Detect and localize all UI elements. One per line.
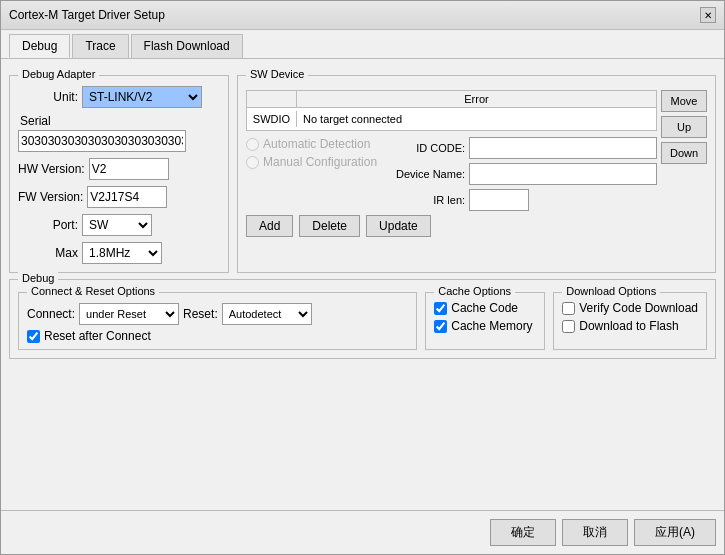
download-flash-label: Download to Flash [579,319,678,333]
cache-memory-row: Cache Memory [434,319,536,333]
reset-after-label: Reset after Connect [44,329,151,343]
auto-detect-radio[interactable] [246,138,259,151]
spacer [9,365,716,502]
debug-adapter-group: Debug Adapter Unit: ST-LINK/V2 Serial HW… [9,75,229,273]
ok-button[interactable]: 确定 [490,519,556,546]
id-code-input[interactable] [469,137,657,159]
action-buttons: Add Delete Update [246,215,657,237]
connect-reset-title: Connect & Reset Options [27,285,159,297]
max-select[interactable]: 1.8MHz 3.6MHz 7.2MHz [82,242,162,264]
serial-input[interactable] [18,130,186,152]
footer: 确定 取消 应用(A) [1,510,724,554]
sw-header-error: Error [297,91,656,107]
cancel-button[interactable]: 取消 [562,519,628,546]
sw-table: Error SWDIO No target connected [246,90,657,131]
add-button[interactable]: Add [246,215,293,237]
tab-bar: Debug Trace Flash Download [1,30,724,58]
up-button[interactable]: Up [661,116,707,138]
ir-len-row: IR len: [385,189,657,211]
reset-after-checkbox[interactable] [27,330,40,343]
connect-row: Connect: under Reset Normal with Pre-res… [27,303,408,325]
id-code-label: ID CODE: [385,142,465,154]
main-content: Debug Adapter Unit: ST-LINK/V2 Serial HW… [1,58,724,510]
cache-memory-label: Cache Memory [451,319,532,333]
auto-detect-row: Automatic Detection [246,137,377,151]
verify-label: Verify Code Download [579,301,698,315]
cache-code-row: Cache Code [434,301,536,315]
debug-adapter-title: Debug Adapter [18,68,99,80]
ir-len-label: IR len: [385,194,465,206]
delete-button[interactable]: Delete [299,215,360,237]
cache-options-group: Cache Options Cache Code Cache Memory [425,292,545,350]
apply-button[interactable]: 应用(A) [634,519,716,546]
connect-select[interactable]: under Reset Normal with Pre-reset [79,303,179,325]
unit-select[interactable]: ST-LINK/V2 [82,86,202,108]
title-bar: Cortex-M Target Driver Setup ✕ [1,1,724,30]
debug-bottom-inner: Connect & Reset Options Connect: under R… [18,292,707,350]
id-section: ID CODE: Device Name: IR len: [385,137,657,211]
close-button[interactable]: ✕ [700,7,716,23]
connect-label: Connect: [27,307,75,321]
hw-version-label: HW Version: [18,162,85,176]
auto-detect-label: Automatic Detection [263,137,370,151]
manual-config-label: Manual Configuration [263,155,377,169]
hw-version-row: HW Version: [18,158,220,180]
tab-trace[interactable]: Trace [72,34,128,58]
sw-device-title: SW Device [246,68,308,80]
hw-version-input[interactable] [89,158,169,180]
port-select[interactable]: SW JTAG [82,214,152,236]
reset-label: Reset: [183,307,218,321]
device-name-label: Device Name: [385,168,465,180]
top-section: Debug Adapter Unit: ST-LINK/V2 Serial HW… [9,67,716,273]
id-code-row: ID CODE: [385,137,657,159]
manual-config-row: Manual Configuration [246,155,377,169]
download-options-title: Download Options [562,285,660,297]
sw-options: Automatic Detection Manual Configuration… [246,137,657,211]
debug-section-title: Debug [18,272,58,284]
move-buttons: Move Up Down [661,90,707,237]
sw-table-header: Error [247,91,656,108]
cache-code-checkbox[interactable] [434,302,447,315]
port-row: Port: SW JTAG [18,214,220,236]
main-window: Cortex-M Target Driver Setup ✕ Debug Tra… [0,0,725,555]
sw-device-left: Error SWDIO No target connected [246,90,657,237]
manual-config-radio[interactable] [246,156,259,169]
tab-debug[interactable]: Debug [9,34,70,58]
radio-group: Automatic Detection Manual Configuration [246,137,377,169]
max-label: Max [18,246,78,260]
down-button[interactable]: Down [661,142,707,164]
update-button[interactable]: Update [366,215,431,237]
device-name-row: Device Name: [385,163,657,185]
ir-len-input[interactable] [469,189,529,211]
sw-status: No target connected [297,111,656,127]
swdio-label: SWDIO [247,111,297,127]
debug-section: Debug Connect & Reset Options Connect: u… [9,279,716,359]
fw-version-input[interactable] [87,186,167,208]
window-title: Cortex-M Target Driver Setup [9,8,165,22]
download-flash-row: Download to Flash [562,319,698,333]
serial-label: Serial [18,114,220,128]
fw-version-row: FW Version: [18,186,220,208]
sw-data-row: SWDIO No target connected [247,108,656,130]
verify-checkbox[interactable] [562,302,575,315]
sw-header-spacer [247,91,297,107]
reset-select[interactable]: Autodetect Software Hardware [222,303,312,325]
cache-memory-checkbox[interactable] [434,320,447,333]
download-flash-checkbox[interactable] [562,320,575,333]
device-name-input[interactable] [469,163,657,185]
cache-options-title: Cache Options [434,285,515,297]
sw-device-group: SW Device Error SWDIO No target connecte… [237,75,716,273]
fw-version-label: FW Version: [18,190,83,204]
unit-label: Unit: [18,90,78,104]
cache-code-label: Cache Code [451,301,518,315]
connect-reset-group: Connect & Reset Options Connect: under R… [18,292,417,350]
tab-flash-download[interactable]: Flash Download [131,34,243,58]
move-button[interactable]: Move [661,90,707,112]
reset-after-row: Reset after Connect [27,329,408,343]
port-label: Port: [18,218,78,232]
verify-row: Verify Code Download [562,301,698,315]
unit-row: Unit: ST-LINK/V2 [18,86,220,108]
max-row: Max 1.8MHz 3.6MHz 7.2MHz [18,242,220,264]
serial-row: Serial [18,114,220,152]
download-options-group: Download Options Verify Code Download Do… [553,292,707,350]
